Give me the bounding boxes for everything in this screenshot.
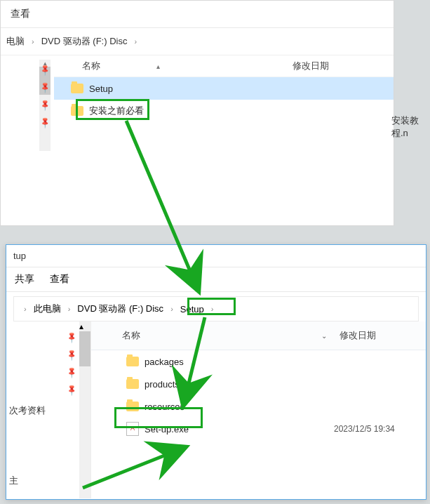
clipped-text: 安装教程.n bbox=[391, 114, 430, 140]
pin-icon[interactable]: 📌 bbox=[65, 331, 78, 344]
column-date[interactable]: 修改日期 bbox=[340, 329, 426, 342]
file-name: 安装之前必看 bbox=[89, 105, 285, 117]
dropdown-icon[interactable]: ⌄ bbox=[321, 332, 327, 340]
crumb-pc[interactable]: 此电脑 bbox=[31, 301, 64, 317]
file-list-area: 名称⌄ 修改日期 packages products resources A S… bbox=[91, 321, 426, 498]
menu-view[interactable]: 查看 bbox=[11, 8, 30, 19]
column-headers: 名称⌄ 修改日期 bbox=[91, 321, 426, 350]
pin-icon[interactable]: 📌 bbox=[65, 366, 78, 379]
chevron-right-icon[interactable]: › bbox=[20, 305, 31, 313]
file-name: products bbox=[145, 379, 334, 390]
nav-item[interactable]: 主 bbox=[9, 475, 18, 487]
folder-icon bbox=[126, 379, 139, 389]
breadcrumb: › 此电脑 › DVD 驱动器 (F:) Disc › Setup › bbox=[13, 296, 419, 321]
chevron-right-icon[interactable]: › bbox=[27, 37, 39, 46]
crumb-drive[interactable]: DVD 驱动器 (F:) Disc bbox=[39, 34, 130, 49]
tab-view[interactable]: 查看 bbox=[50, 273, 69, 286]
list-item[interactable]: resources bbox=[91, 395, 426, 418]
column-headers: 名称▴ 修改日期 bbox=[54, 55, 394, 77]
explorer-window-2: tup 共享 查看 › 此电脑 › DVD 驱动器 (F:) Disc › Se… bbox=[6, 244, 426, 500]
crumb-folder[interactable]: Setup bbox=[177, 303, 207, 316]
column-date[interactable]: 修改日期 bbox=[293, 60, 394, 72]
menu-bar: 查看 bbox=[1, 1, 394, 28]
explorer-window-1: 查看 电脑 › DVD 驱动器 (F:) Disc › ▴ 📌 📌 📌 📌 名称… bbox=[0, 0, 394, 226]
crumb-pc[interactable]: 电脑 bbox=[4, 34, 27, 49]
chevron-right-icon[interactable]: › bbox=[207, 305, 218, 313]
title-bar: tup bbox=[6, 245, 426, 267]
list-item[interactable]: A Set-up.exe 2023/12/5 19:34 bbox=[91, 418, 426, 440]
window-title-fragment: tup bbox=[13, 251, 26, 261]
folder-icon bbox=[71, 106, 83, 116]
folder-icon bbox=[126, 357, 139, 366]
chevron-right-icon[interactable]: › bbox=[166, 305, 177, 313]
column-name[interactable]: 名称▴ bbox=[82, 60, 293, 72]
pin-icon[interactable]: 📌 bbox=[65, 383, 78, 397]
chevron-right-icon[interactable]: › bbox=[64, 305, 75, 313]
file-name: Setup bbox=[89, 84, 285, 94]
list-item[interactable]: Setup bbox=[54, 77, 394, 100]
folder-icon bbox=[126, 402, 139, 411]
scroll-up-icon[interactable]: ▴ bbox=[79, 321, 90, 331]
chevron-right-icon[interactable]: › bbox=[130, 37, 141, 46]
file-name: packages bbox=[145, 357, 334, 367]
ribbon-tabs: 共享 查看 bbox=[6, 267, 426, 292]
file-list-area: 名称▴ 修改日期 Setup 安装之前必看 bbox=[54, 55, 394, 224]
quick-access-strip: ▴ 📌 📌 📌 📌 bbox=[1, 55, 54, 224]
exe-icon: A bbox=[126, 422, 139, 436]
nav-pane: 📌 📌 📌 📌 ▴ 次考资料 主 bbox=[6, 321, 91, 498]
list-item[interactable]: packages bbox=[91, 350, 426, 373]
file-date: 2023/12/5 19:34 bbox=[334, 424, 426, 434]
tab-share[interactable]: 共享 bbox=[15, 273, 34, 286]
breadcrumb: 电脑 › DVD 驱动器 (F:) Disc › bbox=[1, 28, 394, 55]
file-name: resources bbox=[145, 402, 334, 412]
column-name[interactable]: 名称⌄ bbox=[122, 329, 340, 342]
pin-icon[interactable]: 📌 bbox=[65, 348, 78, 362]
scrollbar[interactable]: ▴ bbox=[79, 321, 90, 498]
nav-item[interactable]: 次考资料 bbox=[9, 404, 46, 417]
crumb-drive[interactable]: DVD 驱动器 (F:) Disc bbox=[74, 301, 166, 317]
list-item[interactable]: products bbox=[91, 373, 426, 395]
scroll-thumb[interactable] bbox=[79, 331, 90, 366]
folder-icon bbox=[71, 84, 83, 93]
list-item[interactable]: 安装之前必看 bbox=[54, 100, 394, 122]
file-name: Set-up.exe bbox=[145, 424, 334, 435]
sort-indicator-icon: ▴ bbox=[156, 62, 160, 70]
